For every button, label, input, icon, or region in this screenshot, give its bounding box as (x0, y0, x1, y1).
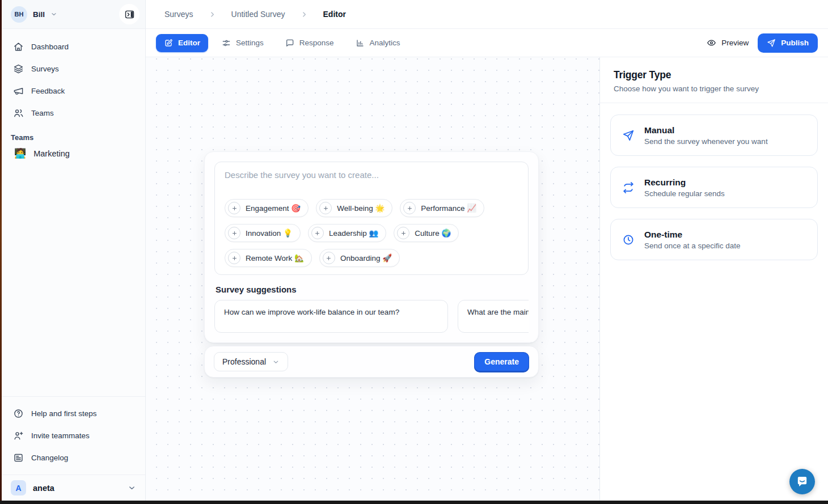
chip-label: Innovation 💡 (246, 228, 293, 238)
survey-description-input[interactable]: Describe the survey you want to create..… (214, 162, 529, 275)
tone-value: Professional (222, 357, 266, 366)
newspaper-icon (13, 452, 24, 463)
topic-chip-onboarding[interactable]: Onboarding 🚀 (319, 249, 400, 267)
panel-title: Trigger Type (614, 69, 814, 81)
chat-launcher-button[interactable] (789, 469, 815, 494)
sidebar-item-label: Teams (31, 109, 54, 117)
workspace-avatar: BH (11, 6, 27, 23)
breadcrumb-editor: Editor (323, 10, 346, 19)
megaphone-icon (13, 86, 24, 96)
option-text: One-time Send once at a specific date (644, 230, 741, 250)
preview-label: Preview (721, 39, 749, 47)
topic-chip-culture[interactable]: Culture 🌍 (394, 224, 459, 242)
topic-chip-innovation[interactable]: Innovation 💡 (225, 224, 301, 242)
chat-bubble-icon (796, 475, 809, 488)
chevron-right-icon (209, 11, 216, 18)
main-area: Surveys Untitled Survey Editor Editor (146, 0, 828, 501)
technologist-emoji-icon: 🧑‍💻 (14, 149, 26, 158)
sidebar-item-label: Changelog (31, 454, 68, 462)
sidebar-item-feedback[interactable]: Feedback (6, 80, 141, 102)
chip-label: Performance 📈 (421, 204, 476, 213)
sidebar-footer: Help and first steps Invite teammates Ch… (2, 396, 145, 475)
user-plus-icon (13, 430, 24, 441)
option-description: Schedule regular sends (644, 189, 725, 198)
chip-label: Culture 🌍 (415, 228, 451, 238)
bar-chart-icon (356, 39, 365, 48)
topic-chip-leadership[interactable]: Leadership 👥 (308, 224, 386, 242)
send-icon (622, 129, 635, 142)
breadcrumb-surveys[interactable]: Surveys (164, 10, 193, 19)
sidebar-item-changelog[interactable]: Changelog (6, 447, 141, 469)
account-name: aneta (33, 484, 54, 493)
sidebar-item-invite[interactable]: Invite teammates (6, 425, 141, 447)
chevron-right-icon (301, 11, 308, 18)
tab-editor[interactable]: Editor (156, 34, 208, 52)
tab-response[interactable]: Response (277, 34, 342, 52)
plus-icon (397, 227, 409, 239)
panel-subtitle: Choose how you want to trigger the surve… (614, 84, 814, 93)
pencil-square-icon (164, 39, 173, 48)
trigger-option-manual[interactable]: Manual Send the survey whenever you want (610, 115, 818, 156)
chevron-down-icon (50, 11, 57, 18)
workspace-name: Bill (33, 10, 45, 19)
sidebar: BH Bill Dashboard (2, 0, 146, 501)
trigger-option-recurring[interactable]: Recurring Schedule regular sends (610, 167, 818, 208)
workspace-switcher[interactable]: BH Bill (11, 6, 57, 23)
option-description: Send the survey whenever you want (644, 137, 768, 146)
suggestion-card[interactable]: How can we improve work-life balance in … (214, 300, 448, 333)
tab-label: Analytics (370, 39, 400, 47)
plus-icon (323, 252, 335, 264)
sidebar-item-label: Dashboard (31, 43, 69, 51)
editor-toolbar: Editor Settings Response Analytics (146, 29, 828, 57)
plus-icon (228, 227, 240, 239)
content-area: Describe the survey you want to create..… (146, 57, 828, 501)
sidebar-item-surveys[interactable]: Surveys (6, 58, 141, 80)
sidebar-collapse-button[interactable] (119, 4, 140, 24)
tab-analytics[interactable]: Analytics (348, 34, 408, 52)
account-menu[interactable]: A aneta (2, 475, 145, 501)
option-text: Recurring Schedule regular sends (644, 177, 725, 198)
topic-chip-performance[interactable]: Performance 📈 (400, 199, 484, 217)
plus-icon (403, 202, 416, 214)
editor-canvas[interactable]: Describe the survey you want to create..… (146, 57, 600, 501)
preview-button[interactable]: Preview (707, 38, 749, 48)
plus-icon (319, 202, 332, 214)
teams-section-label: Teams (2, 124, 145, 143)
option-description: Send once at a specific date (644, 242, 741, 250)
option-title: Manual (644, 125, 768, 135)
publish-label: Publish (781, 39, 809, 47)
tone-select[interactable]: Professional (214, 352, 288, 371)
topic-chip-engagement[interactable]: Engagement 🎯 (225, 199, 309, 217)
ai-survey-composer: Describe the survey you want to create..… (204, 151, 539, 378)
sidebar-item-help[interactable]: Help and first steps (6, 403, 141, 425)
sidebar-item-teams[interactable]: Teams (6, 102, 141, 124)
topic-chip-wellbeing[interactable]: Well-being 🌟 (316, 199, 392, 217)
sidebar-header: BH Bill (2, 0, 145, 29)
sidebar-item-label: Surveys (31, 65, 59, 73)
sidebar-item-label: Feedback (31, 87, 65, 95)
breadcrumb-untitled-survey[interactable]: Untitled Survey (231, 10, 285, 19)
publish-button[interactable]: Publish (758, 33, 818, 53)
chip-label: Remote Work 🏡 (246, 253, 304, 262)
plus-icon (311, 227, 324, 239)
composer-card: Describe the survey you want to create..… (204, 151, 539, 343)
suggestion-card[interactable]: What are the main ob (458, 300, 529, 333)
layers-icon (13, 63, 24, 74)
app-window: BH Bill Dashboard (2, 0, 828, 501)
trigger-type-panel: Trigger Type Choose how you want to trig… (600, 57, 828, 501)
topic-chips: Engagement 🎯 Well-being 🌟 Performance 📈 (225, 199, 518, 267)
topic-chip-remote-work[interactable]: Remote Work 🏡 (225, 249, 312, 267)
sidebar-team-marketing[interactable]: 🧑‍💻 Marketing (2, 143, 145, 164)
sidebar-item-dashboard[interactable]: Dashboard (6, 36, 141, 58)
sidebar-spacer (2, 164, 145, 396)
panel-body: Manual Send the survey whenever you want… (600, 103, 828, 272)
trigger-option-one-time[interactable]: One-time Send once at a specific date (610, 219, 818, 260)
panel-toggle-icon (124, 9, 135, 20)
team-name: Marketing (33, 149, 70, 158)
suggestions-title: Survey suggestions (216, 285, 527, 294)
send-icon (767, 39, 776, 48)
composer-footer: Professional Generate (204, 346, 539, 378)
tab-settings[interactable]: Settings (214, 34, 272, 52)
generate-button[interactable]: Generate (474, 352, 529, 372)
help-circle-icon (13, 408, 24, 419)
